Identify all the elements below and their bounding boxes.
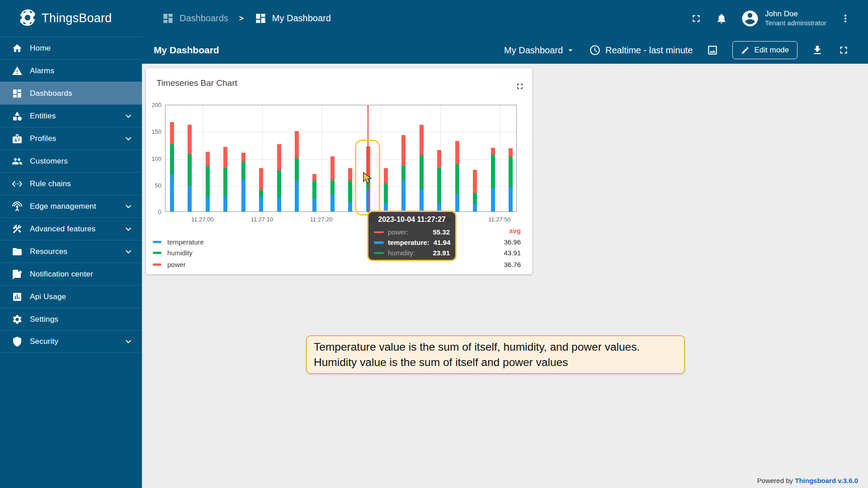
bar-segment-temperature[interactable] [473, 204, 477, 211]
y-axis-label: 100 [146, 155, 161, 162]
bar-segment-temperature[interactable] [312, 199, 316, 211]
sidebar-item-api-usage[interactable]: Api Usage [0, 285, 142, 308]
bar-segment-temperature[interactable] [295, 181, 299, 211]
bar-segment-power[interactable] [312, 174, 316, 181]
dashboard-image-button[interactable] [706, 44, 719, 56]
sidebar-item-resources[interactable]: Resources [0, 240, 142, 263]
sidebar-item-label: Customers [30, 157, 134, 166]
notifications-button[interactable] [715, 12, 728, 25]
bar-segment-humidity[interactable] [473, 193, 477, 204]
bar-segment-temperature[interactable] [401, 181, 406, 211]
sidebar-item-label: Advanced features [30, 225, 116, 234]
bar-segment-humidity[interactable] [330, 180, 335, 194]
bar-segment-power[interactable] [420, 125, 424, 155]
bar-segment-power[interactable] [473, 170, 477, 193]
tooltip-timestamp: 2023-10-04 11:27:27 [374, 216, 450, 224]
bar-segment-humidity[interactable] [384, 183, 388, 203]
bar-segment-power[interactable] [259, 168, 263, 190]
bar-segment-temperature[interactable] [206, 197, 210, 211]
thingsboard-version-link[interactable]: Thingsboard v.3.6.0 [795, 477, 858, 484]
bar-segment-humidity[interactable] [223, 168, 227, 196]
bar-segment-humidity[interactable] [277, 170, 281, 197]
sidebar-item-advanced-features[interactable]: Advanced features [0, 217, 142, 240]
y-axis-label: 150 [146, 128, 161, 135]
bar-segment-humidity[interactable] [312, 181, 316, 198]
bar-segment-temperature[interactable] [420, 189, 424, 211]
bar-segment-humidity[interactable] [206, 166, 210, 197]
bar-segment-power[interactable] [241, 153, 245, 162]
sidebar-item-customers[interactable]: Customers [0, 150, 142, 172]
sidebar-item-home[interactable]: Home [0, 37, 142, 59]
timewindow-button[interactable]: Realtime - last minute [589, 44, 693, 56]
bar-segment-temperature[interactable] [241, 179, 245, 211]
bar-segment-power[interactable] [491, 148, 495, 155]
bar-segment-temperature[interactable] [330, 194, 335, 211]
tooltip-row-temperature: temperature:41.94 [374, 237, 450, 248]
bar-segment-humidity[interactable] [241, 162, 245, 179]
download-button[interactable] [811, 44, 824, 56]
sidebar-item-alarms[interactable]: Alarms [0, 59, 142, 82]
tooltip-series-label: power: [388, 228, 429, 236]
sidebar-item-notification-center[interactable]: Notification center [0, 263, 142, 285]
bar-segment-temperature[interactable] [259, 197, 263, 211]
app-logo[interactable]: ThingsBoard [0, 0, 142, 37]
sidebar-item-label: Security [30, 337, 116, 346]
bar-segment-humidity[interactable] [420, 155, 424, 190]
bar-segment-humidity[interactable] [455, 164, 459, 195]
bar-segment-humidity[interactable] [348, 181, 352, 202]
bar-segment-temperature[interactable] [170, 174, 174, 211]
legend-item-humidity[interactable]: humidity [153, 249, 193, 257]
toolbar-fullscreen-button[interactable] [837, 44, 850, 56]
bar-segment-humidity[interactable] [491, 155, 495, 188]
bar-segment-power[interactable] [295, 131, 299, 158]
bar-segment-temperature[interactable] [455, 194, 459, 211]
bar-segment-power[interactable] [170, 122, 174, 144]
bar-segment-power[interactable] [509, 148, 513, 157]
chart-plot[interactable] [165, 105, 517, 212]
user-menu[interactable]: John Doe Tenant administrator [741, 9, 826, 28]
bar-segment-power[interactable] [384, 168, 388, 183]
bar-segment-power[interactable] [348, 168, 352, 181]
more-menu-button[interactable] [839, 12, 852, 25]
sidebar-item-rule-chains[interactable]: Rule chains [0, 172, 142, 195]
sidebar-item-entities[interactable]: Entities [0, 104, 142, 127]
bar-segment-power[interactable] [223, 147, 227, 168]
fullscreen-button[interactable] [690, 12, 703, 25]
bar-segment-power[interactable] [455, 141, 459, 164]
sidebar-item-edge-management[interactable]: Edge management [0, 195, 142, 217]
bar-segment-temperature[interactable] [348, 202, 352, 211]
sidebar-item-security[interactable]: Security [0, 330, 142, 353]
bar-segment-power[interactable] [277, 144, 281, 170]
bar-segment-humidity[interactable] [437, 168, 441, 203]
bar-segment-temperature[interactable] [509, 187, 513, 212]
bar-segment-humidity[interactable] [509, 157, 513, 187]
bar-segment-humidity[interactable] [170, 144, 174, 175]
edit-mode-button[interactable]: Edit mode [732, 41, 797, 59]
bar-segment-power[interactable] [206, 152, 210, 166]
widget-expand-button[interactable] [515, 82, 524, 91]
legend-item-power[interactable]: power [153, 261, 186, 268]
breadcrumb-item-dashboards[interactable]: Dashboards [162, 12, 228, 24]
bar-segment-humidity[interactable] [188, 154, 192, 186]
bar-segment-power[interactable] [437, 150, 441, 168]
bar-segment-temperature[interactable] [491, 188, 495, 211]
sidebar-item-dashboards[interactable]: Dashboards [0, 82, 142, 104]
bar-segment-humidity[interactable] [401, 166, 406, 181]
sidebar-item-label: Profiles [30, 134, 116, 143]
sidebar-item-settings[interactable]: Settings [0, 308, 142, 330]
breadcrumb-item-my-dashboard[interactable]: My Dashboard [255, 12, 331, 24]
sidebar-item-profiles[interactable]: Profiles [0, 127, 142, 150]
legend-avg-value: 36.76 [494, 261, 521, 268]
dashboard-select[interactable]: My Dashboard [504, 45, 576, 56]
bar-segment-power[interactable] [188, 125, 192, 154]
bar-segment-power[interactable] [330, 156, 335, 180]
chevron-down-icon [123, 336, 134, 347]
sidebar-item-label: Alarms [30, 66, 134, 75]
legend-item-temperature[interactable]: temperature [153, 238, 204, 246]
bar-segment-humidity[interactable] [259, 190, 263, 197]
bar-segment-temperature[interactable] [277, 197, 281, 211]
bar-segment-power[interactable] [401, 135, 406, 166]
bar-segment-temperature[interactable] [223, 196, 227, 211]
bar-segment-humidity[interactable] [295, 158, 299, 181]
bar-segment-temperature[interactable] [188, 186, 192, 211]
